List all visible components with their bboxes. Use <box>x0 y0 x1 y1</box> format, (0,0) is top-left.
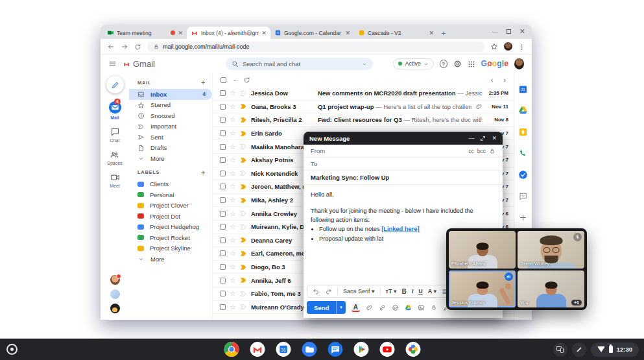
label-item[interactable]: Project Skyline <box>129 243 212 254</box>
side-panel-icon[interactable]: 31 <box>518 83 528 95</box>
star-icon[interactable]: ☆ <box>230 116 236 123</box>
star-icon[interactable]: ☆ <box>230 130 236 137</box>
nav-item[interactable]: Sent <box>129 132 212 143</box>
browser-tab[interactable]: Team meeting ✕ <box>103 27 187 39</box>
confidential-lock-icon[interactable] <box>489 147 495 154</box>
tab-close-icon[interactable]: ✕ <box>429 30 434 36</box>
phone-hub-icon[interactable] <box>553 342 567 357</box>
row-checkbox[interactable] <box>220 304 226 310</box>
shelf-app-icon[interactable] <box>327 341 343 357</box>
contact-avatar[interactable] <box>110 289 120 299</box>
rail-item[interactable]: Chat <box>110 127 120 143</box>
importance-marker-icon[interactable] <box>240 277 247 283</box>
rail-item[interactable]: 4 Mail <box>108 101 122 120</box>
body-link[interactable]: [Linked here] <box>381 226 419 232</box>
importance-marker-icon[interactable] <box>240 210 247 217</box>
star-icon[interactable]: ☆ <box>230 90 236 97</box>
importance-marker-icon[interactable] <box>240 304 247 310</box>
label-item[interactable]: Project Dot <box>129 211 212 222</box>
address-bar[interactable]: mail.google.com/mail/u/mail-code <box>147 42 484 52</box>
importance-marker-icon[interactable] <box>240 170 247 176</box>
star-icon[interactable]: ☆ <box>230 210 236 217</box>
new-tab-button[interactable]: + <box>438 29 449 39</box>
label-item[interactable]: Clients <box>129 179 212 190</box>
row-checkbox[interactable] <box>220 278 226 283</box>
from-field[interactable]: From cc bcc <box>304 145 503 158</box>
star-icon[interactable]: ☆ <box>230 183 236 190</box>
confidential-mode-icon[interactable] <box>431 304 437 311</box>
kebab-menu-icon[interactable] <box>518 41 525 53</box>
star-icon[interactable]: ☆ <box>230 237 236 244</box>
minimize-icon[interactable]: — <box>492 29 498 35</box>
select-all-checkbox[interactable] <box>221 77 226 83</box>
insert-image-icon[interactable] <box>418 304 425 311</box>
row-checkbox[interactable] <box>220 130 226 136</box>
label-item[interactable]: Project Rocket <box>129 232 212 243</box>
side-panel-icon[interactable] <box>519 190 528 202</box>
star-icon[interactable]: ☆ <box>230 290 236 297</box>
shelf-app-icon[interactable] <box>249 341 265 357</box>
account-avatar[interactable] <box>514 58 524 69</box>
star-icon[interactable]: ☆ <box>230 103 236 110</box>
nav-item[interactable]: Starred <box>129 100 212 111</box>
send-options-caret-icon[interactable]: ▾ <box>336 301 346 314</box>
compose-close-icon[interactable]: ✕ <box>492 135 497 141</box>
maximize-icon[interactable] <box>507 29 511 34</box>
select-caret-icon[interactable] <box>232 74 237 86</box>
star-icon[interactable]: ☆ <box>230 277 236 284</box>
label-item[interactable]: Project Hedgehog <box>129 222 212 233</box>
font-size-button[interactable]: ᴛT ▾ <box>386 288 397 294</box>
compose-minimize-icon[interactable]: — <box>468 135 474 141</box>
row-checkbox[interactable] <box>220 291 226 296</box>
text-color-button[interactable]: A ▾ <box>428 288 436 294</box>
side-panel-icon[interactable] <box>518 169 528 180</box>
row-checkbox[interactable] <box>220 171 226 176</box>
browser-tab[interactable]: Inbox (4) - alismith@gmail.com ✕ <box>187 27 270 39</box>
star-icon[interactable]: ☆ <box>230 250 236 257</box>
importance-marker-icon[interactable] <box>240 157 247 163</box>
insert-emoji-icon[interactable] <box>392 304 399 311</box>
rail-item[interactable]: Spaces <box>107 150 122 165</box>
importance-marker-icon[interactable] <box>240 264 247 270</box>
importance-marker-icon[interactable] <box>240 250 247 257</box>
bcc-button[interactable]: bcc <box>477 148 486 154</box>
star-icon[interactable]: ☆ <box>230 197 236 204</box>
participant-tile[interactable]: Elizabeth Abara <box>449 231 516 269</box>
contact-avatar[interactable] <box>110 304 120 313</box>
shelf-app-icon[interactable] <box>405 341 421 357</box>
compose-popout-icon[interactable] <box>480 135 486 141</box>
redo-icon[interactable] <box>325 287 332 294</box>
subject-field[interactable]: Marketing Sync: Follow Up <box>304 171 503 185</box>
insert-drive-icon[interactable] <box>405 304 412 311</box>
system-tray[interactable]: 12:30 <box>591 342 639 357</box>
nav-item[interactable]: Important <box>129 121 212 132</box>
cc-button[interactable]: cc <box>468 148 474 154</box>
star-icon[interactable]: ☆ <box>230 263 236 270</box>
shelf-app-icon[interactable] <box>223 341 239 357</box>
importance-marker-icon[interactable] <box>240 224 247 230</box>
row-checkbox[interactable] <box>220 250 226 256</box>
video-call-window[interactable]: Elizabeth Abara Jaxon Worley <box>446 228 587 310</box>
importance-marker-icon[interactable] <box>240 143 247 150</box>
email-row[interactable]: ☆ Oana, Brooks 3 Q1 project wrap-up — He… <box>213 101 514 114</box>
undo-icon[interactable] <box>313 287 320 294</box>
star-icon[interactable]: ☆ <box>230 223 236 230</box>
side-panel-icon[interactable] <box>518 126 528 138</box>
row-checkbox[interactable] <box>220 157 226 163</box>
bold-button[interactable]: B <box>402 288 407 295</box>
row-checkbox[interactable] <box>220 211 226 217</box>
back-icon[interactable] <box>107 41 115 53</box>
stylus-icon[interactable] <box>572 342 586 357</box>
insert-link-icon[interactable] <box>379 304 386 311</box>
nav-item[interactable]: Snoozed <box>129 110 212 121</box>
row-checkbox[interactable] <box>220 264 226 270</box>
importance-marker-icon[interactable] <box>240 291 247 297</box>
row-checkbox[interactable] <box>220 237 226 243</box>
tab-close-icon[interactable]: ✕ <box>345 30 350 36</box>
importance-marker-icon[interactable] <box>240 130 247 137</box>
row-checkbox[interactable] <box>220 144 226 150</box>
older-page-icon[interactable]: › <box>503 76 506 84</box>
email-row[interactable]: ☆ Ritesh, Priscilla 2 Fwd: Client resour… <box>213 114 514 127</box>
profile-avatar[interactable] <box>504 42 512 51</box>
italic-button[interactable]: I <box>412 288 414 294</box>
